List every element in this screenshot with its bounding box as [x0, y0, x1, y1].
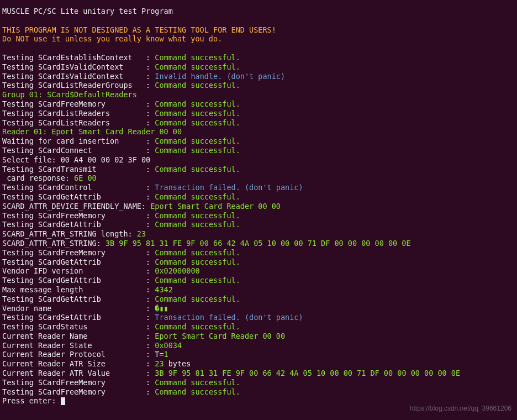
- reader-atr-size-label: Current Reader ATR Size: [2, 359, 105, 368]
- test-result: Command successful.: [155, 136, 240, 145]
- vendor-ifd-value: 0x02000000: [155, 266, 199, 275]
- reader-atr-size-value: 23: [155, 359, 163, 368]
- reader-atr-value-label: Current Reader ATR Value: [2, 369, 110, 377]
- test-result: Command successful.: [155, 387, 240, 396]
- press-enter-prompt[interactable]: Press enter:: [2, 396, 61, 405]
- card-response-label: card response:: [2, 174, 74, 182]
- watermark-text: https://blog.csdn.net/qq_39661206: [410, 404, 511, 413]
- card-response-value: 6E 00: [74, 174, 97, 182]
- test-label: Testing SCardGetAttrib: [2, 220, 101, 229]
- test-label: Testing SCardGetAttrib: [2, 276, 101, 285]
- test-result: Command successful.: [155, 53, 240, 62]
- test-result: Command successful.: [155, 118, 240, 127]
- group-header: Group 01: SCard$DefaultReaders: [2, 90, 515, 99]
- program-title: MUSCLE PC/SC Lite unitary test Program: [2, 7, 515, 16]
- test-result: Command successful.: [155, 258, 240, 266]
- test-result: Command successful.: [155, 146, 240, 155]
- test-label: Waiting for card insertion: [2, 136, 119, 145]
- friendly-name-value: Eport Smart Card Reader 00 00: [150, 202, 281, 211]
- select-file-info: Select file: 00 A4 00 00 02 3F 00: [2, 155, 515, 165]
- reader-header: Reader 01: Eport Smart Card Reader 00 00: [2, 127, 515, 136]
- test-label: Testing SCardGetAttrib: [2, 295, 101, 303]
- test-label: Testing SCardGetAttrib: [2, 192, 101, 201]
- test-result: Command successful.: [155, 295, 240, 303]
- test-result: Command successful.: [155, 81, 240, 90]
- reader-name-label: Current Reader Name: [2, 332, 87, 340]
- test-label: Testing SCardFreeMemory: [2, 211, 105, 220]
- test-result: Command successful.: [155, 322, 240, 331]
- atr-string-label: SCARD_ATTR_ATR_STRING:: [2, 239, 105, 248]
- test-result-warning: Transaction failed. (don't panic): [155, 313, 303, 322]
- reader-name-value: Eport Smart Card Reader 00 00: [155, 332, 285, 340]
- reader-protocol-value: 1: [164, 350, 168, 359]
- test-label: Testing SCardSetAttrib: [2, 313, 101, 322]
- vendor-ifd-label: Vendor IFD version: [2, 266, 83, 275]
- test-result: Command successful.: [155, 109, 240, 118]
- test-result: Command successful.: [155, 248, 240, 257]
- friendly-name-label: SCARD_ATTR_DEVICE_FRIENDLY_NAME:: [2, 202, 150, 211]
- test-label: Testing SCardConnect: [2, 146, 92, 155]
- test-label: Testing SCardTransmit: [2, 165, 97, 174]
- test-label: Testing SCardIsValidContext: [2, 72, 123, 81]
- warning-line-2: Do NOT use it unless you really know wha…: [2, 34, 515, 44]
- test-label: Testing SCardStatus: [2, 322, 87, 331]
- max-msg-label: Max message length: [2, 285, 83, 294]
- vendor-name-value: [155, 304, 168, 313]
- test-result-warning: Invalid handle. (don't panic): [155, 72, 285, 81]
- cursor-icon: [61, 397, 65, 405]
- atr-length-value: 23: [137, 229, 146, 238]
- test-label: Testing SCardFreeMemory: [2, 99, 105, 108]
- reader-atr-value: 3B 9F 95 81 31 FE 9F 00 66 42 4A 05 10 0…: [155, 369, 460, 377]
- reader-state-label: Current Reader State: [2, 341, 92, 350]
- atr-string-value: 3B 9F 95 81 31 FE 9F 00 66 42 4A 05 10 0…: [105, 239, 411, 248]
- test-result: Command successful.: [155, 276, 240, 285]
- test-label: Testing SCardListReaders: [2, 109, 110, 118]
- reader-state-value: 0x0034: [155, 341, 182, 350]
- reader-protocol-label: Current Reader Protocol: [2, 350, 105, 359]
- terminal-output: MUSCLE PC/SC Lite unitary test Program T…: [2, 7, 515, 406]
- test-label: Testing SCardListReaders: [2, 118, 110, 127]
- test-result: Command successful.: [155, 99, 240, 108]
- test-result: Command successful.: [155, 211, 240, 220]
- test-label: Testing SCardFreeMemory: [2, 387, 105, 396]
- warning-line-1: THIS PROGRAM IS NOT DESIGNED AS A TESTIN…: [2, 25, 515, 35]
- test-label: Testing SCardControl: [2, 183, 92, 192]
- test-result: Command successful.: [155, 220, 240, 229]
- test-label: Testing SCardIsValidContext: [2, 62, 123, 71]
- test-label: Testing SCardListReaderGroups: [2, 81, 133, 90]
- test-result: Command successful.: [155, 62, 240, 71]
- test-result-warning: Transaction failed. (don't panic): [155, 183, 303, 192]
- vendor-name-label: Vendor name: [2, 304, 51, 313]
- max-msg-value: 4342: [155, 285, 173, 294]
- test-label: Testing SCardFreeMemory: [2, 378, 105, 387]
- test-result: Command successful.: [155, 165, 240, 174]
- test-result: Command successful.: [155, 192, 240, 201]
- atr-length-label: SCARD_ATTR_ATR_STRING length:: [2, 229, 137, 238]
- test-label: Testing SCardFreeMemory: [2, 248, 105, 257]
- test-label: Testing SCardEstablishContext: [2, 53, 133, 62]
- test-result: Command successful.: [155, 378, 240, 387]
- test-label: Testing SCardGetAttrib: [2, 258, 101, 266]
